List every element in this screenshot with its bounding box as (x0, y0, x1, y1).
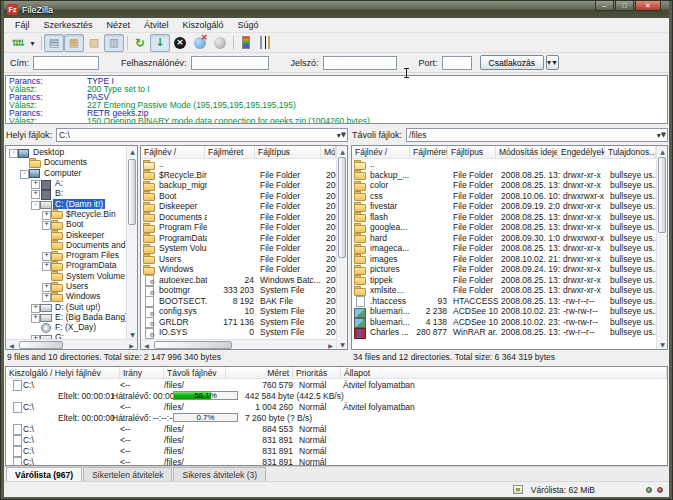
cancel-button[interactable] (170, 34, 190, 52)
queue-tab[interactable]: Várólista (967) (6, 467, 82, 481)
tree-item[interactable]: A: (6, 178, 126, 188)
tree-expander-icon[interactable] (31, 198, 40, 210)
column-header-type[interactable]: Fájltípus (255, 146, 321, 158)
column-header-date[interactable]: Módosítás ideje (496, 146, 558, 158)
disconnect-button[interactable] (190, 34, 210, 52)
remote-file-row[interactable]: pictures File Folder 2008.09.24. 19:... … (352, 264, 656, 275)
column-header-status[interactable]: Állapot (341, 367, 667, 378)
column-header-name[interactable]: Fájlnév / (352, 146, 410, 158)
local-file-row[interactable]: config.sys 10 System File 2006. (141, 306, 336, 317)
remote-file-row[interactable]: tippek File Folder 2008.08.25. 13:... dr… (352, 275, 656, 286)
local-file-row[interactable]: backup_migrate File Folder 2008. (141, 180, 336, 191)
tree-item[interactable]: Boot (6, 219, 126, 229)
tree-expander-icon[interactable] (42, 218, 51, 230)
remote-file-row[interactable]: bluemari... 2 238 ACDSee 10... 2008.10.0… (352, 306, 656, 317)
scroll-up-icon[interactable]: ▲ (337, 146, 348, 156)
remote-list-vscrollbar[interactable]: ▲ ▼ (656, 146, 667, 349)
local-file-row[interactable]: BOOTSECT.BAK 8 192 BAK File 2007. (141, 296, 336, 307)
tree-item[interactable]: D: (Suit up!) (6, 301, 126, 311)
queue-row[interactable]: Eltelt: 00:00:00 Hátralévő: --:--:-- 0.7… (6, 412, 667, 423)
local-file-row[interactable]: IO.SYS 0 System File 2008. (141, 327, 336, 338)
local-list-vscrollbar[interactable]: ▲ ▼ (336, 146, 347, 349)
column-header-local-file[interactable]: Kiszolgáló / Helyi fájlnév (6, 367, 120, 378)
remote-path-combo[interactable]: /files ▼ (406, 128, 668, 142)
scroll-up-icon[interactable]: ▲ (657, 146, 668, 156)
host-input[interactable] (33, 56, 99, 70)
local-file-row[interactable]: Program Files File Folder 2008. (141, 222, 336, 233)
column-header-direction[interactable]: Irány (120, 367, 164, 378)
queue-row[interactable]: Eltelt: 00:00:01 Hátralévő: 00:00:00 58.… (6, 390, 667, 401)
column-header-type[interactable]: Fájltípus (448, 146, 496, 158)
tree-item[interactable]: Computer (6, 168, 126, 178)
tree-item[interactable]: Program Files (6, 250, 126, 260)
remote-file-row[interactable]: xmlsite... File Folder 2008.08.25. 13:..… (352, 285, 656, 296)
quickconnect-button[interactable]: Csatlakozás (480, 55, 544, 70)
toggle-message-log-button[interactable] (44, 34, 64, 52)
local-file-row[interactable]: System Volume ... File Folder 2007. (141, 243, 336, 254)
tree-expander-icon[interactable] (31, 311, 40, 323)
queue-tab[interactable]: Sikeres átvitelek (3) (173, 467, 266, 481)
maximize-button[interactable]: □ (615, 1, 634, 11)
local-file-row[interactable]: ProgramData File Folder 2008. (141, 233, 336, 244)
tree-item[interactable]: Documents and Se (6, 240, 126, 250)
local-file-row[interactable]: Users File Folder 2007. (141, 254, 336, 265)
scroll-right-icon[interactable]: ▶ (126, 340, 137, 350)
local-path-combo[interactable]: C:\ ▼ (56, 128, 348, 142)
toolbar-separator[interactable] (38, 35, 44, 51)
local-file-row[interactable]: $Recycle.Bin File Folder 2007. (141, 170, 336, 181)
tree-item[interactable]: Diskeeper (6, 229, 126, 239)
chevron-down-icon[interactable]: ▼ (656, 129, 667, 141)
tree-item[interactable]: $Recycle.Bin (6, 209, 126, 219)
queue-tab[interactable]: Sikertelen átvitelek (83, 467, 172, 481)
tree-expander-icon[interactable] (42, 290, 51, 302)
scroll-down-icon[interactable]: ▼ (337, 339, 348, 349)
local-file-row[interactable]: Documents and ... File Folder 2006. (141, 212, 336, 223)
tree-item[interactable]: System Volume Inf (6, 271, 126, 281)
tree-item[interactable]: Users (6, 281, 126, 291)
tree-item[interactable]: G: (6, 332, 126, 339)
column-header-size[interactable]: Fájlméret (410, 146, 448, 158)
titlebar[interactable]: Fz FileZilla – □ ✕ (4, 1, 669, 18)
column-header-remote-file[interactable]: Távoli fájlnév (164, 367, 226, 378)
password-input[interactable] (323, 56, 397, 70)
tree-item[interactable]: Desktop (6, 147, 126, 157)
menu-item[interactable]: Szerkesztés (37, 19, 100, 31)
remote-file-row[interactable]: imageca... File Folder 2008.08.25. 13:..… (352, 243, 656, 254)
local-tree-vscrollbar[interactable]: ▲ ▼ (126, 146, 137, 339)
toolbar-separator[interactable] (230, 35, 236, 51)
process-queue-button[interactable] (150, 34, 170, 52)
remote-file-row[interactable]: .htaccess 93 HTACCESS... 2008.08.25. 13:… (352, 296, 656, 307)
local-list-hscrollbar[interactable]: ◀ ▶ (141, 339, 336, 349)
tree-expander-icon[interactable] (20, 167, 29, 179)
remote-file-row[interactable]: css File Folder 2008.10.06. 10:... drwxr… (352, 191, 656, 202)
scroll-left-icon[interactable]: ◀ (6, 340, 17, 350)
tree-expander-icon[interactable] (31, 332, 40, 340)
menu-item[interactable]: Átvitel (137, 19, 176, 31)
local-tree-hscrollbar[interactable]: ◀ ▶ (6, 339, 137, 349)
column-header-owner[interactable]: Tulajdonos... (605, 146, 656, 158)
remote-file-row[interactable]: backup_... File Folder 2008.08.25. 13:..… (352, 170, 656, 181)
reconnect-button[interactable] (210, 34, 230, 52)
toggle-local-tree-button[interactable] (64, 34, 84, 52)
toolbar-separator[interactable] (124, 35, 130, 51)
queue-row[interactable]: C:\ <-- /files/ 831 891 Normál (6, 445, 667, 456)
column-header-name[interactable]: Fájlnév / (141, 146, 205, 158)
column-header-permissions[interactable]: Engedélyek (558, 146, 605, 158)
filter-button[interactable] (236, 34, 256, 52)
tree-item[interactable]: B: (6, 188, 126, 198)
local-file-row[interactable]: autoexec.bat 24 Windows Batc... 2006. (141, 275, 336, 286)
toggle-queue-button[interactable] (104, 34, 124, 52)
menu-item[interactable]: Fájl (8, 19, 37, 31)
local-file-row[interactable]: .. (141, 159, 336, 170)
remote-file-row[interactable]: bluemari... 4 138 ACDSee 10... 2008.10.0… (352, 317, 656, 328)
site-manager-button[interactable] (7, 34, 27, 52)
scroll-left-icon[interactable]: ◀ (141, 340, 152, 350)
tree-item[interactable]: C: (Damn it!) (6, 198, 126, 208)
tree-expander-icon[interactable] (42, 259, 51, 271)
local-file-row[interactable]: Boot File Folder 2008. (141, 191, 336, 202)
quickconnect-dropdown[interactable]: ▼ (546, 55, 559, 70)
toggle-remote-tree-button[interactable] (84, 34, 104, 52)
menu-item[interactable]: Súgó (231, 19, 266, 31)
local-file-row[interactable]: GRLDR 171 136 System File 2008. (141, 317, 336, 328)
menu-item[interactable]: Nézet (100, 19, 138, 31)
